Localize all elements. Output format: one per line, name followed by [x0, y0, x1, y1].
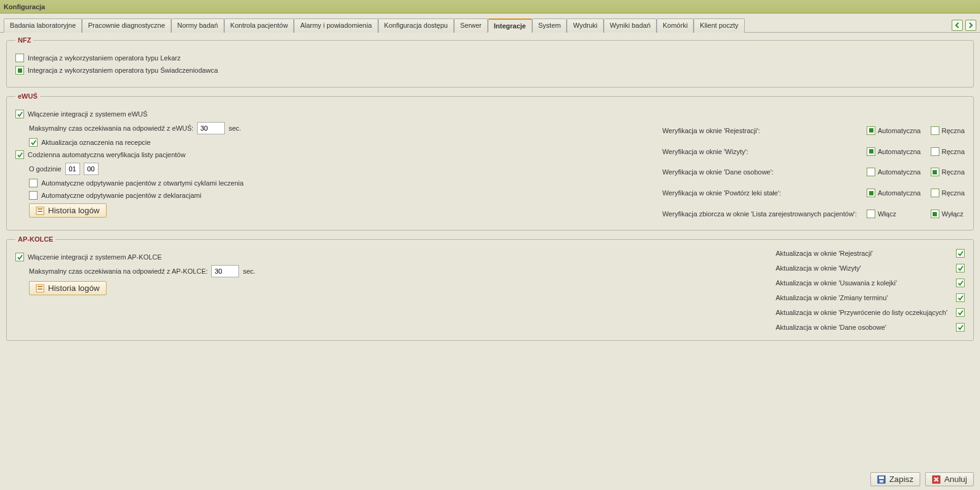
input-ewus-hour-h[interactable]: [65, 163, 80, 175]
ewus-ver-2-manual[interactable]: [931, 168, 939, 176]
tab-bar: Badania laboratoryjne Pracownie diagnost…: [0, 14, 980, 33]
apkolce-upd-5: Aktualizacja w oknie 'Dane osobowe': [775, 324, 947, 331]
checkbox-ewus-declarations[interactable]: [29, 191, 38, 200]
label-ewus-hour: O godzinie: [29, 165, 62, 173]
ewus-ver-4-off[interactable]: [931, 210, 939, 218]
button-ewus-history[interactable]: Historia logów: [29, 203, 107, 218]
label-sec: sec.: [229, 125, 241, 132]
checkbox-ewus-daily[interactable]: [15, 150, 24, 159]
tab-alarmy[interactable]: Alarmy i powiadomienia: [294, 18, 378, 33]
ewus-col-manual-0: Ręczna: [942, 127, 965, 134]
ewus-col-manual-1: Ręczna: [942, 148, 965, 155]
tab-scroll-right-button[interactable]: [965, 20, 976, 31]
window-title: Konfiguracja: [0, 0, 980, 14]
apkolce-upd-5-chk[interactable]: [956, 323, 965, 332]
apkolce-upd-3-chk[interactable]: [956, 293, 965, 302]
tab-wydruki[interactable]: Wydruki: [567, 18, 604, 33]
tab-serwer[interactable]: Serwer: [454, 18, 488, 33]
log-icon: [36, 206, 44, 215]
group-apkolce: AP-KOLCE Włączenie integracji z systemem…: [6, 235, 974, 341]
ewus-ver-label-2: Weryfikacja w oknie 'Dane osobowe':: [662, 168, 857, 176]
tab-klient-poczty[interactable]: Klient poczty: [694, 18, 744, 33]
ewus-ver-0-manual[interactable]: [931, 126, 939, 135]
svg-rect-7: [879, 476, 884, 479]
group-nfz: NFZ Integracja z wykorzystaniem operator…: [6, 36, 974, 88]
label-ewus-declarations: Automatyczne odpytywanie pacjentów z dek…: [41, 192, 201, 199]
svg-rect-1: [38, 208, 43, 210]
tab-system[interactable]: System: [532, 18, 567, 33]
log-icon: [36, 284, 44, 293]
label-ewus-enable: Włączenie integracji z systemem eWUŚ: [28, 110, 147, 118]
label-sec-2: sec.: [243, 267, 255, 275]
ewus-col-off: Wyłącz: [942, 210, 963, 218]
cancel-button-label: Anuluj: [944, 475, 967, 484]
ewus-ver-label-1: Weryfikacja w oknie 'Wizyty':: [662, 148, 857, 155]
apkolce-upd-2: Aktualizacja w oknie 'Usuwania z kolejki…: [775, 279, 947, 287]
ewus-ver-label-4: Weryfikacja zbiorcza w oknie 'Lista zare…: [662, 210, 857, 218]
save-button[interactable]: Zapisz: [870, 472, 920, 486]
ewus-col-auto-0: Automatyczna: [878, 127, 921, 134]
label-nfz-lekarz: Integracja z wykorzystaniem operatora ty…: [28, 54, 180, 62]
apkolce-upd-1: Aktualizacja w oknie 'Wizyty': [775, 264, 947, 272]
button-ewus-history-label: Historia logów: [48, 206, 100, 215]
ewus-ver-label-3: Weryfikacja w oknie 'Powtórz leki stałe'…: [662, 189, 857, 197]
ewus-ver-3-manual[interactable]: [931, 189, 939, 197]
ewus-ver-2-auto[interactable]: [867, 168, 875, 176]
checkbox-nfz-lekarz[interactable]: [15, 54, 24, 62]
button-apkolce-history[interactable]: Historia logów: [29, 281, 107, 295]
tab-integracje[interactable]: Integracje: [488, 18, 532, 33]
ewus-col-auto-3: Automatyczna: [878, 189, 921, 197]
label-apkolce-maxwait: Maksymalny czas oczekiwania na odpowiedź…: [29, 267, 208, 275]
button-apkolce-history-label: Historia logów: [48, 284, 100, 293]
tab-komorki[interactable]: Komórki: [657, 18, 694, 33]
svg-rect-4: [38, 286, 43, 287]
apkolce-upd-1-chk[interactable]: [956, 264, 965, 272]
legend-nfz: NFZ: [15, 36, 33, 44]
label-ewus-daily: Codzienna automatyczna weryfikacja listy…: [28, 151, 185, 158]
ewus-col-auto-2: Automatyczna: [878, 168, 921, 176]
checkbox-ewus-recept[interactable]: [29, 138, 38, 147]
tab-konfiguracja-dostepu[interactable]: Konfiguracja dostępu: [378, 18, 454, 33]
content-area: NFZ Integracja z wykorzystaniem operator…: [0, 33, 980, 349]
tab-normy-badan[interactable]: Normy badań: [171, 18, 224, 33]
legend-apkolce: AP-KOLCE: [15, 235, 55, 243]
checkbox-nfz-swiadczeniodawca[interactable]: [15, 66, 24, 75]
checkbox-ewus-cycles[interactable]: [29, 179, 38, 187]
group-ewus: eWUŚ Włączenie integracji z systemem eWU…: [6, 92, 974, 231]
tab-wyniki-badan[interactable]: Wyniki badań: [604, 18, 657, 33]
save-button-label: Zapisz: [889, 475, 913, 484]
input-ewus-hour-m[interactable]: [84, 163, 99, 175]
cancel-button[interactable]: Anuluj: [925, 472, 974, 486]
label-ewus-maxwait: Maksymalny czas oczekiwania na odpowiedź…: [29, 125, 193, 132]
footer-buttons: Zapisz Anuluj: [0, 472, 980, 486]
svg-rect-2: [38, 211, 43, 212]
apkolce-upd-2-chk[interactable]: [956, 279, 965, 287]
ewus-ver-1-auto[interactable]: [867, 147, 875, 156]
ewus-ver-4-on[interactable]: [867, 210, 875, 218]
input-apkolce-maxwait[interactable]: [211, 265, 239, 277]
input-ewus-maxwait[interactable]: [197, 122, 225, 134]
cancel-icon: [932, 475, 941, 484]
tab-kontrola-pacjentow[interactable]: Kontrola pacjentów: [224, 18, 294, 33]
save-icon: [877, 475, 886, 484]
tab-scroll-left-button[interactable]: [952, 20, 963, 31]
ewus-col-manual-2: Ręczna: [942, 168, 965, 176]
tab-badania-laboratoryjne[interactable]: Badania laboratoryjne: [4, 18, 82, 33]
checkbox-apkolce-enable[interactable]: [15, 253, 24, 261]
apkolce-upd-0: Aktualizacja w oknie 'Rejestracji': [775, 250, 947, 257]
apkolce-upd-4-chk[interactable]: [956, 308, 965, 317]
checkbox-ewus-enable[interactable]: [15, 110, 24, 118]
legend-ewus: eWUŚ: [15, 92, 40, 100]
tab-pracownie-diagnostyczne[interactable]: Pracownie diagnostyczne: [82, 18, 171, 33]
ewus-ver-3-auto[interactable]: [867, 189, 875, 197]
label-nfz-swiadczeniodawca: Integracja z wykorzystaniem operatora ty…: [28, 67, 218, 74]
svg-rect-5: [38, 288, 43, 290]
ewus-ver-0-auto[interactable]: [867, 126, 875, 135]
ewus-ver-label-0: Weryfikacja w oknie 'Rejestracji':: [662, 127, 857, 134]
svg-rect-8: [880, 480, 883, 483]
apkolce-upd-0-chk[interactable]: [956, 249, 965, 258]
chevron-right-icon: [968, 22, 974, 28]
ewus-ver-1-manual[interactable]: [931, 147, 939, 156]
apkolce-upd-3: Aktualizacja w oknie 'Zmiany terminu': [775, 294, 947, 301]
ewus-col-auto-1: Automatyczna: [878, 148, 921, 155]
